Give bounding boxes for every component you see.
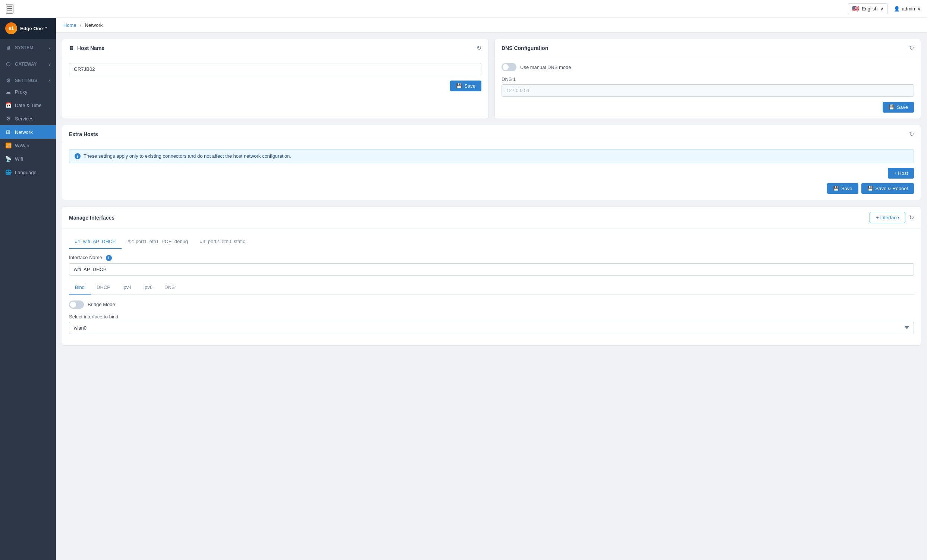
system-label: SYSTEM xyxy=(15,45,33,50)
interfaces-refresh-button[interactable]: ↻ xyxy=(909,214,914,221)
tab-ipv4[interactable]: Ipv4 xyxy=(116,281,138,294)
language-button[interactable]: 🇺🇸 English ∨ xyxy=(848,3,888,14)
system-icon: 🖥 xyxy=(5,45,11,51)
add-host-label: + Host xyxy=(894,170,908,176)
bridge-mode-toggle[interactable] xyxy=(69,300,84,309)
breadcrumb-separator: / xyxy=(80,22,81,28)
extra-hosts-alert-text: These settings apply only to existing co… xyxy=(84,153,291,159)
sidebar-item-services-label: Services xyxy=(15,116,33,121)
dns-save-button[interactable]: 💾 Save xyxy=(883,102,914,112)
dns-toggle-label: Use manual DNS mode xyxy=(520,65,571,70)
top-card-row: 🖥 Host Name ↻ 💾 Save xyxy=(62,39,921,119)
interface-name-info-icon[interactable]: i xyxy=(106,255,112,261)
sidebar-item-language[interactable]: 🌐 Language xyxy=(0,165,56,179)
date-time-icon: 📅 xyxy=(5,102,11,108)
dns-refresh-button[interactable]: ↻ xyxy=(909,44,914,52)
extra-hosts-title: Extra Hosts xyxy=(69,131,98,137)
services-icon: ⚙ xyxy=(5,115,11,121)
layout: e1 Edge One™ 🖥 SYSTEM ∨ ⬡ GATEWAY ∨ ⚙ SE… xyxy=(0,18,927,560)
extra-hosts-card-header: Extra Hosts ↻ xyxy=(62,125,921,143)
settings-icon: ⚙ xyxy=(5,77,11,83)
alert-info-icon: i xyxy=(74,153,81,159)
add-host-row: + Host xyxy=(69,168,914,179)
dns-toggle-row: Use manual DNS mode xyxy=(501,63,914,71)
sidebar: e1 Edge One™ 🖥 SYSTEM ∨ ⬡ GATEWAY ∨ ⚙ SE… xyxy=(0,18,56,560)
bridge-mode-slider xyxy=(69,300,84,309)
iface-tab-3[interactable]: #3: port2_eth0_static xyxy=(194,235,251,249)
manage-interfaces-title: Manage Interfaces xyxy=(69,215,114,221)
interface-name-group: Interface Name i xyxy=(69,255,914,276)
extra-hosts-refresh-button[interactable]: ↻ xyxy=(909,131,914,138)
sidebar-section-settings: ⚙ SETTINGS ∧ ☁ Proxy 📅 Date & Time ⚙ Ser… xyxy=(0,71,56,182)
language-icon: 🌐 xyxy=(5,169,11,175)
add-host-button[interactable]: + Host xyxy=(888,168,914,179)
select-bind-dropdown[interactable]: wlan0 xyxy=(69,322,914,334)
tab-dns-label: DNS xyxy=(164,284,175,290)
dns-manual-toggle[interactable] xyxy=(501,63,517,71)
add-interface-label: + Interface xyxy=(876,215,899,220)
breadcrumb-home[interactable]: Home xyxy=(63,22,76,28)
interface-name-input[interactable] xyxy=(69,263,914,276)
sidebar-item-network[interactable]: ⊞ Network xyxy=(0,125,56,139)
iface-tab-2-label: #2: port1_eth1_POE_debug xyxy=(128,238,188,244)
logo-initials: e1 xyxy=(9,26,14,31)
main-content: Home / Network 🖥 Host Name ↻ xyxy=(56,18,927,560)
sidebar-item-services[interactable]: ⚙ Services xyxy=(0,112,56,125)
extra-hosts-save-button[interactable]: 💾 Save xyxy=(827,183,859,194)
wwan-icon: 📶 xyxy=(5,143,11,149)
tab-bind[interactable]: Bind xyxy=(69,281,91,294)
breadcrumb-current: Network xyxy=(85,22,103,28)
sidebar-item-wwan-label: WWan xyxy=(15,143,29,149)
sidebar-item-wwan[interactable]: 📶 WWan xyxy=(0,139,56,152)
language-label: English xyxy=(862,6,878,12)
tab-dhcp[interactable]: DHCP xyxy=(91,281,116,294)
host-name-card-header: 🖥 Host Name ↻ xyxy=(62,39,488,57)
manage-interfaces-card: Manage Interfaces + Interface ↻ #1: wifi… xyxy=(62,206,921,346)
sidebar-item-date-time-label: Date & Time xyxy=(15,103,42,108)
tab-ipv6[interactable]: Ipv6 xyxy=(137,281,158,294)
topbar-right: 🇺🇸 English ∨ 👤 admin ∨ xyxy=(848,3,921,14)
gateway-chevron-icon: ∨ xyxy=(48,62,51,66)
add-interface-button[interactable]: + Interface xyxy=(869,212,906,223)
iface-tab-1-label: #1: wifi_AP_DHCP xyxy=(75,238,115,244)
logo-area: e1 Edge One™ xyxy=(0,18,56,39)
wifi-icon: 📡 xyxy=(5,156,11,162)
tab-dns[interactable]: DNS xyxy=(158,281,181,294)
host-name-save-label: Save xyxy=(464,83,476,89)
sidebar-item-date-time[interactable]: 📅 Date & Time xyxy=(0,99,56,112)
host-name-input-group xyxy=(69,63,482,75)
tab-bind-label: Bind xyxy=(75,284,85,290)
host-name-input[interactable] xyxy=(69,63,482,75)
bridge-mode-label: Bridge Mode xyxy=(88,302,115,307)
sidebar-item-proxy[interactable]: ☁ Proxy xyxy=(0,85,56,99)
sidebar-item-network-label: Network xyxy=(15,129,33,135)
admin-label: admin xyxy=(902,6,915,12)
manage-interfaces-header-actions: + Interface ↻ xyxy=(869,212,914,223)
monitor-icon: 🖥 xyxy=(69,45,74,51)
sidebar-item-wifi[interactable]: 📡 Wifi xyxy=(0,152,56,165)
iface-tab-1[interactable]: #1: wifi_AP_DHCP xyxy=(69,235,122,249)
proxy-icon: ☁ xyxy=(5,89,11,95)
sidebar-item-language-label: Language xyxy=(15,170,36,175)
lang-chevron-icon: ∨ xyxy=(880,6,884,12)
eh-save-icon: 💾 xyxy=(833,186,839,191)
select-bind-label: Select interface to bind xyxy=(69,314,914,320)
host-name-save-button[interactable]: 💾 Save xyxy=(450,80,482,91)
admin-button[interactable]: 👤 admin ∨ xyxy=(894,6,921,12)
iface-tab-3-label: #3: port2_eth0_static xyxy=(200,238,245,244)
manage-interfaces-title-text: Manage Interfaces xyxy=(69,215,114,221)
iface-tab-2[interactable]: #2: port1_eth1_POE_debug xyxy=(122,235,194,249)
host-name-card: 🖥 Host Name ↻ 💾 Save xyxy=(62,39,488,119)
save-icon: 💾 xyxy=(456,83,462,89)
extra-hosts-title-text: Extra Hosts xyxy=(69,131,98,137)
dns-save-icon: 💾 xyxy=(889,105,895,110)
topbar: ☰ 🇺🇸 English ∨ 👤 admin ∨ xyxy=(0,0,927,18)
breadcrumb: Home / Network xyxy=(56,18,927,33)
dns-title-text: DNS Configuration xyxy=(501,45,548,51)
save-reboot-button[interactable]: 💾 Save & Reboot xyxy=(862,183,914,194)
sidebar-section-settings-header[interactable]: ⚙ SETTINGS ∧ xyxy=(0,74,56,85)
dns1-input[interactable] xyxy=(501,84,914,97)
host-name-title-text: Host Name xyxy=(77,45,105,51)
host-name-refresh-button[interactable]: ↻ xyxy=(477,44,482,52)
hamburger-button[interactable]: ☰ xyxy=(6,4,14,14)
